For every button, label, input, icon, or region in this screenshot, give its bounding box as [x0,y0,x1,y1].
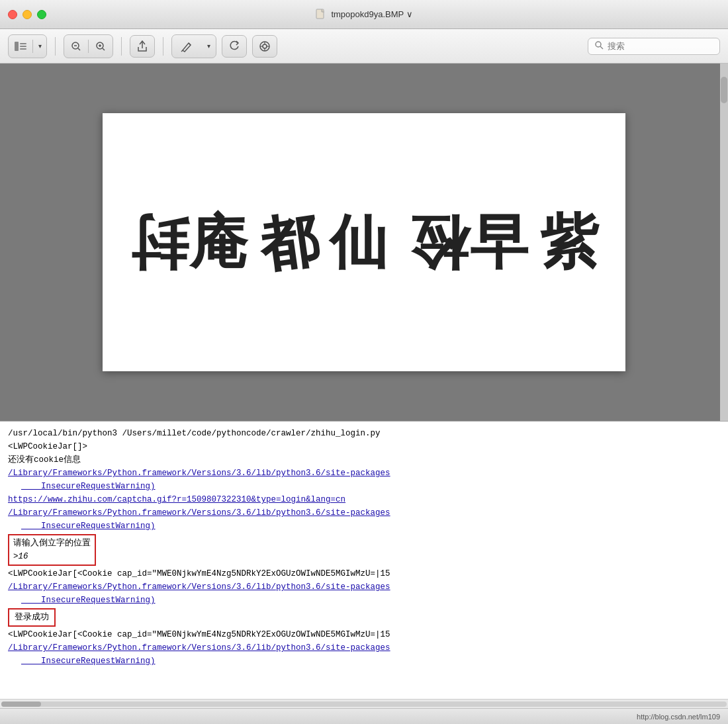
share-button[interactable] [130,35,155,58]
terminal-line-1: /usr/local/bin/python3 /Users/millet/cod… [8,427,720,440]
svg-line-22 [600,46,603,49]
terminal-line-8: InsecureRequestWarning) [8,520,720,533]
sidebar-toggle-group: ▾ [8,34,47,58]
svg-rect-1 [15,42,19,51]
captcha-char-2: 庵 [189,203,258,282]
annotate-button[interactable] [252,35,277,58]
pen-dropdown-button[interactable]: ▾ [201,35,216,58]
svg-point-21 [596,42,601,47]
terminal-line-10[interactable]: /Library/Frameworks/Python.framework/Ver… [8,580,720,594]
pen-icon [181,40,193,52]
minimize-button[interactable] [23,10,32,19]
vertical-scrollbar[interactable] [720,64,728,421]
close-button[interactable] [8,10,17,19]
share-icon [137,40,148,52]
captcha-char-6: 早 [470,203,539,282]
rotate-icon [228,40,240,52]
maximize-button[interactable] [37,10,46,19]
terminal-line-9: <LWPCookieJar[<Cookie cap_id="MWE0NjkwYm… [8,567,720,580]
window-title-text: tmpopokd9ya.BMP ∨ [331,9,412,19]
page-content: 封 庵 都 仙 检 早 紫 [103,113,625,371]
terminal-line-4[interactable]: /Library/Frameworks/Python.framework/Ver… [8,467,720,480]
captcha-char-3: 都 [254,199,334,286]
zoom-in-button[interactable] [89,35,113,58]
zoom-out-icon [71,41,81,52]
scroll-track [1,701,727,707]
captcha-char-7: 紫 [540,203,609,282]
search-input[interactable] [608,41,713,51]
scroll-thumb[interactable] [1,701,41,707]
zoom-in-icon [95,41,106,52]
status-bar: http://blog.csdn.net/lm109 [0,708,728,724]
terminal-line-14: InsecureRequestWarning) [8,655,720,668]
svg-rect-3 [20,46,26,47]
sidebar-icon [15,42,26,51]
terminal-line-5: InsecureRequestWarning) [8,480,720,493]
traffic-lights [8,10,46,19]
svg-rect-4 [20,48,26,50]
terminal-line-11: InsecureRequestWarning) [8,594,720,607]
search-icon [595,41,604,52]
input-box-section: 请输入倒立字的位置 >16 [8,534,96,566]
search-box[interactable] [588,38,720,55]
pdf-viewer: 封 庵 都 仙 检 早 紫 [0,64,728,421]
captcha-char-4: 仙 [330,203,398,282]
terminal-line-2: <LWPCookieJar[]> [8,440,720,453]
captcha-char-1: 封 [119,203,188,282]
sidebar-dropdown-button[interactable]: ▾ [33,35,46,58]
svg-point-16 [263,44,267,48]
main-content: 封 庵 都 仙 检 早 紫 /usr/local/bin/python3 /Us… [0,64,728,724]
captcha-image: 封 庵 都 仙 检 早 紫 [113,123,615,361]
captcha-char-5: 检 [400,203,469,282]
toolbar: ▾ [0,29,728,64]
zoom-out-button[interactable] [64,35,88,58]
terminal-user-input: >16 [13,550,91,563]
separator-1 [55,37,56,56]
terminal-line-7[interactable]: /Library/Frameworks/Python.framework/Ver… [8,506,720,520]
pen-tools-group: ▾ [171,34,216,58]
svg-line-11 [103,48,105,50]
title-bar: tmpopokd9ya.BMP ∨ [0,0,728,29]
window-title: tmpopokd9ya.BMP ∨ [315,9,412,21]
status-url: http://blog.csdn.net/lm109 [637,713,720,721]
terminal-prompt-text: 请输入倒立字的位置 [13,537,91,550]
svg-line-13 [189,43,191,45]
horizontal-scrollbar[interactable] [0,699,728,708]
terminal-line-3: 还没有cookie信息 [8,453,720,467]
svg-rect-2 [20,43,26,44]
annotate-icon [259,40,271,52]
svg-line-7 [78,48,80,50]
terminal-line-13[interactable]: /Library/Frameworks/Python.framework/Ver… [8,641,720,655]
terminal-line-6[interactable]: https://www.zhihu.com/captcha.gif?r=1509… [8,493,720,506]
terminal-line-12: <LWPCookieJar[<Cookie cap_id="MWE0NjkwYm… [8,628,720,641]
pen-button[interactable] [172,35,201,58]
zoom-controls [64,34,113,58]
separator-2 [121,37,122,56]
login-success-box: 登录成功 [8,608,56,627]
file-icon [315,9,327,21]
rotate-button[interactable] [222,35,247,58]
terminal-output: /usr/local/bin/python3 /Users/millet/cod… [0,421,728,699]
login-success-text: 登录成功 [15,611,49,624]
svg-line-14 [181,50,183,52]
separator-3 [163,37,163,56]
sidebar-toggle-button[interactable] [9,35,32,58]
